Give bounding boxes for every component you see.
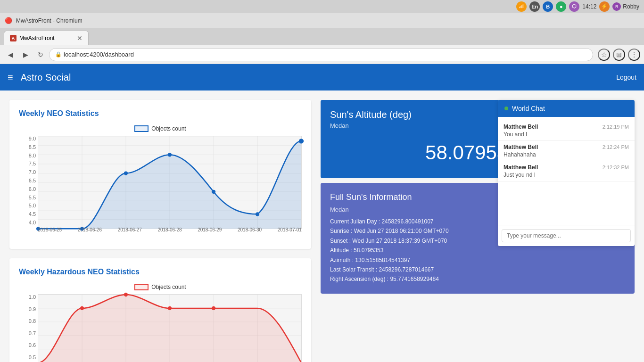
menu-button[interactable]: ⋮ bbox=[628, 49, 640, 61]
neo-statistics-card: Weekly NEO Statistics Objects count 9.0 … bbox=[9, 100, 311, 249]
neo-chart-legend: Objects count bbox=[19, 125, 302, 132]
app-title: Astro Social bbox=[21, 72, 617, 83]
sun-info-row-4: Azimuth : 130.51585814541397 bbox=[330, 255, 625, 265]
chat-msg-text-0: You and I bbox=[504, 131, 629, 138]
svg-point-22 bbox=[299, 139, 304, 143]
chat-message-0: Matthew Bell 2:12:19 PM You and I bbox=[498, 121, 635, 141]
svg-point-35 bbox=[124, 293, 128, 296]
browser-title-bar: 🔴 MwAstroFront - Chromium bbox=[0, 13, 644, 28]
tab-favicon: A bbox=[10, 35, 17, 41]
address-bar[interactable]: 🔒 localhost:4200/dashboard bbox=[49, 48, 593, 61]
logout-button[interactable]: Logout bbox=[616, 74, 636, 81]
neo-chart-area: 9.0 8.5 8.0 7.5 7.0 6.5 6.0 5.5 5.0 4.5 … bbox=[19, 136, 302, 239]
svg-point-36 bbox=[168, 306, 172, 310]
green-sys-icon: ● bbox=[556, 1, 566, 12]
online-indicator bbox=[504, 107, 508, 110]
chat-msg-user-2: Matthew Bell bbox=[504, 164, 538, 171]
bluetooth-icon: B bbox=[543, 1, 553, 12]
left-column: Weekly NEO Statistics Objects count 9.0 … bbox=[9, 100, 311, 362]
hazardous-y-axis: 1.0 0.9 0.8 0.7 0.6 0.5 bbox=[19, 294, 38, 360]
chat-title: World Chat bbox=[512, 105, 545, 112]
chat-msg-text-2: Just you nd I bbox=[504, 172, 629, 178]
robby-icon: ⬡ bbox=[569, 1, 579, 12]
chat-messages[interactable]: Matthew Bell 2:12:19 PM You and I Matthe… bbox=[498, 117, 635, 225]
address-text: localhost:4200/dashboard bbox=[64, 51, 134, 58]
tab-close-button[interactable]: ✕ bbox=[77, 34, 83, 42]
hazardous-chart-area: 1.0 0.9 0.8 0.7 0.6 0.5 bbox=[19, 294, 302, 362]
chat-msg-time-2: 2:12:32 PM bbox=[603, 165, 629, 170]
browser-nav-bar: ◀ ▶ ↻ 🔒 localhost:4200/dashboard ☆ ⊞ ⋮ bbox=[0, 45, 644, 64]
forward-button[interactable]: ▶ bbox=[19, 48, 32, 61]
browser-favicon: 🔴 bbox=[5, 17, 12, 24]
chat-msg-header-1: Matthew Bell 2:12:24 PM bbox=[504, 144, 629, 150]
chat-msg-header-0: Matthew Bell 2:12:19 PM bbox=[504, 123, 629, 130]
sun-info-row-3: Altitude : 58.0795353 bbox=[330, 246, 625, 255]
user-avatar: R bbox=[612, 2, 621, 11]
tab-label: MwAstroFront bbox=[19, 35, 55, 41]
chat-msg-text-1: Hahahahaha bbox=[504, 151, 629, 158]
reload-button[interactable]: ↻ bbox=[34, 48, 47, 61]
hazardous-chart-svg bbox=[38, 294, 302, 362]
chat-msg-user-0: Matthew Bell bbox=[504, 123, 538, 130]
power-icon: ⚡ bbox=[599, 1, 610, 12]
legend-box-red bbox=[134, 284, 149, 290]
neo-chart-svg bbox=[38, 136, 302, 229]
svg-point-37 bbox=[212, 306, 215, 310]
svg-point-34 bbox=[80, 306, 84, 310]
chat-header: World Chat bbox=[498, 100, 635, 117]
hazardous-chart-title: Weekly Hazardous NEO Statistics bbox=[19, 268, 302, 276]
lock-icon: 🔒 bbox=[55, 51, 62, 58]
hamburger-menu[interactable]: ≡ bbox=[8, 72, 13, 83]
legend-box-blue bbox=[134, 125, 149, 132]
system-user: R Robby bbox=[612, 2, 639, 11]
main-content: Weekly NEO Statistics Objects count 9.0 … bbox=[0, 90, 644, 362]
neo-chart-title: Weekly NEO Statistics bbox=[19, 109, 302, 118]
chat-msg-time-1: 2:12:24 PM bbox=[603, 144, 629, 150]
hazardous-legend-label: Objects count bbox=[151, 284, 186, 290]
chat-input[interactable] bbox=[502, 229, 631, 242]
svg-point-18 bbox=[124, 171, 128, 175]
wifi-icon: 📶 bbox=[516, 1, 527, 12]
hazardous-x-axis: 2018-06-25 2018-06-26 2018-06-27 2018-06… bbox=[38, 360, 302, 362]
svg-point-20 bbox=[212, 190, 215, 194]
chat-msg-header-2: Matthew Bell 2:12:32 PM bbox=[504, 164, 629, 171]
chat-input-area bbox=[498, 225, 635, 246]
app-header: ≡ Astro Social Logout bbox=[0, 64, 644, 90]
chat-msg-user-1: Matthew Bell bbox=[504, 144, 538, 150]
hazardous-neo-statistics-card: Weekly Hazardous NEO Statistics Objects … bbox=[9, 258, 311, 362]
bookmark-button[interactable]: ☆ bbox=[598, 49, 610, 61]
browser-tab[interactable]: A MwAstroFront ✕ bbox=[4, 31, 89, 45]
hazardous-chart-legend: Objects count bbox=[19, 284, 302, 290]
svg-point-21 bbox=[256, 212, 259, 216]
browser-sys-bar: 📶 En B ● ⬡ 14:12 ⚡ R Robby bbox=[0, 0, 644, 13]
chat-message-1: Matthew Bell 2:12:24 PM Hahahahaha bbox=[498, 141, 635, 161]
lang-icon: En bbox=[529, 1, 540, 12]
browser-tab-bar: A MwAstroFront ✕ bbox=[0, 28, 644, 45]
sun-info-row-5: Last Solar Transit : 2458296.7287014667 bbox=[330, 265, 625, 274]
username-label: Robby bbox=[623, 3, 639, 10]
neo-x-axis: 2018-06-25 2018-06-26 2018-06-27 2018-06… bbox=[38, 225, 302, 239]
sun-info-row-6: Right Ascension (deg) : 95.7741658929484 bbox=[330, 274, 625, 284]
neo-y-axis: 9.0 8.5 8.0 7.5 7.0 6.5 6.0 5.5 5.0 4.5 … bbox=[19, 136, 38, 225]
world-chat-panel: World Chat Matthew Bell 2:12:19 PM You a… bbox=[498, 100, 635, 246]
system-time: 14:12 bbox=[582, 3, 596, 10]
chat-msg-time-0: 2:12:19 PM bbox=[603, 124, 629, 130]
svg-point-19 bbox=[168, 153, 172, 156]
nav-right-icons: ☆ ⊞ ⋮ bbox=[598, 49, 640, 61]
browser-title: MwAstroFront - Chromium bbox=[16, 17, 83, 24]
chat-message-2: Matthew Bell 2:12:32 PM Just you nd I bbox=[498, 161, 635, 181]
extensions-button[interactable]: ⊞ bbox=[613, 49, 625, 61]
back-button[interactable]: ◀ bbox=[4, 48, 17, 61]
legend-label: Objects count bbox=[151, 125, 186, 132]
